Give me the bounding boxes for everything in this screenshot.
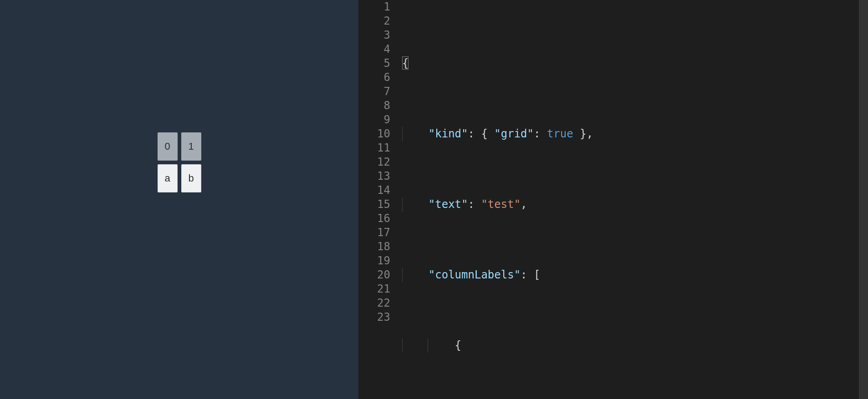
- json-key: "grid": [494, 127, 534, 140]
- line-number: 23: [358, 310, 390, 324]
- line-number: 2: [358, 14, 390, 28]
- code-line[interactable]: "columnLabels": [: [402, 268, 868, 282]
- brace: {: [481, 127, 487, 140]
- scrollbar-thumb[interactable]: [859, 0, 868, 399]
- line-number: 20: [358, 268, 390, 282]
- line-number: 19: [358, 254, 390, 268]
- line-number: 12: [358, 155, 390, 169]
- line-number: 14: [358, 183, 390, 197]
- grid-data-cell: a: [158, 164, 178, 192]
- json-bool: true: [547, 127, 573, 140]
- line-number: 17: [358, 226, 390, 240]
- line-number: 22: [358, 296, 390, 310]
- line-number: 5: [358, 56, 390, 71]
- bracket: [: [534, 268, 540, 281]
- code-line[interactable]: {: [402, 56, 868, 71]
- brace: }: [580, 127, 586, 140]
- colon: :: [468, 198, 475, 211]
- comma: ,: [587, 127, 593, 140]
- json-key: "text": [429, 198, 468, 211]
- comma: ,: [521, 198, 527, 211]
- colon: :: [468, 127, 475, 140]
- grid-header-row: 0 1: [158, 132, 201, 161]
- line-number: 10: [358, 127, 390, 141]
- line-number-gutter: 1 2 3 4 5 6 7 8 9 10 11 12 13 14 15 16 1…: [358, 0, 402, 399]
- line-number: 13: [358, 169, 390, 183]
- line-number: 16: [358, 212, 390, 226]
- line-number: 11: [358, 141, 390, 155]
- brace: {: [455, 339, 461, 352]
- code-editor[interactable]: 1 2 3 4 5 6 7 8 9 10 11 12 13 14 15 16 1…: [358, 0, 868, 399]
- grid-widget: 0 1 a b: [158, 132, 201, 196]
- line-number: 6: [358, 71, 390, 85]
- line-number: 1: [358, 0, 390, 14]
- line-number: 18: [358, 240, 390, 254]
- editor-cursor: [402, 56, 408, 70]
- code-line[interactable]: {: [402, 338, 868, 353]
- grid-header-cell: 0: [158, 132, 178, 161]
- colon: :: [534, 127, 540, 140]
- code-line[interactable]: "kind": { "grid": true },: [402, 127, 868, 141]
- line-number: 8: [358, 99, 390, 113]
- colon: :: [521, 268, 527, 281]
- line-number: 4: [358, 42, 390, 56]
- code-line[interactable]: "text": "test",: [402, 197, 868, 212]
- grid-header-cell: 1: [181, 132, 201, 161]
- line-number: 7: [358, 85, 390, 99]
- json-string: "test": [481, 198, 521, 211]
- line-number: 3: [358, 28, 390, 42]
- line-number: 9: [358, 113, 390, 127]
- grid-data-cell: b: [181, 164, 201, 192]
- editor-scrollbar[interactable]: [859, 0, 868, 399]
- json-key: "columnLabels": [429, 268, 521, 281]
- grid-data-row: a b: [158, 164, 201, 192]
- json-key: "kind": [429, 127, 468, 140]
- line-number: 15: [358, 197, 390, 212]
- code-area[interactable]: { "kind": { "grid": true }, "text": "tes…: [402, 0, 868, 399]
- line-number: 21: [358, 282, 390, 296]
- preview-pane: 0 1 a b: [0, 0, 358, 399]
